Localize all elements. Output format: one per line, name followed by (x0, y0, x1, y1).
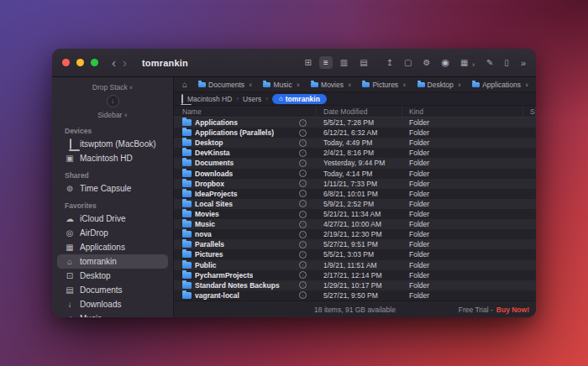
minimize-button[interactable] (76, 59, 84, 66)
column-header-size[interactable]: Size (523, 106, 536, 117)
sidebar-item-applications[interactable]: ▦ Applications (57, 240, 168, 254)
table-row[interactable]: Applications (Parallels) 6/12/21, 6:32 A… (174, 128, 536, 138)
quicklook-eye-icon[interactable]: ◉ (442, 58, 450, 67)
table-row[interactable]: Parallels 5/27/21, 9:51 PM Folder (174, 239, 536, 249)
column-view-button[interactable]: ▥ (336, 56, 352, 69)
column-header-name[interactable]: Name (174, 106, 317, 117)
laptop-icon (65, 140, 75, 149)
markup-icon[interactable]: ✎ (486, 59, 493, 67)
table-row[interactable]: Local Sites 5/9/21, 2:52 PM Folder (174, 199, 536, 209)
table-row[interactable]: Movies 5/21/21, 11:34 AM Folder (174, 209, 536, 219)
table-row[interactable]: Desktop Today, 4:49 PM Folder (174, 138, 536, 148)
close-button[interactable] (62, 59, 70, 66)
item-sync-icon[interactable] (299, 149, 307, 157)
table-row[interactable]: DevKinsta 2/4/21, 8:16 PM Folder (174, 148, 536, 158)
file-name: Public (195, 261, 217, 269)
folder-icon (182, 139, 192, 146)
column-header-date-modified[interactable]: Date Modified (317, 106, 402, 117)
home-icon[interactable]: ⌂ (182, 80, 187, 89)
table-row[interactable]: Pictures 5/5/21, 3:03 PM Folder (174, 249, 536, 259)
table-row[interactable]: Downloads Today, 4:14 PM Folder (174, 169, 536, 179)
file-list: Applications 5/5/21, 7:28 PM Folder Appl… (174, 118, 536, 301)
date-modified: Today, 4:14 PM (317, 170, 402, 178)
item-sync-icon[interactable] (299, 159, 307, 167)
sidebar-item-itswptom[interactable]: itswptom (MacBook) (57, 137, 168, 151)
back-button[interactable]: ‹ (108, 56, 119, 69)
favbar-item-movies[interactable]: Movies (311, 81, 351, 89)
item-sync-icon[interactable] (299, 129, 307, 137)
item-sync-icon[interactable] (299, 231, 307, 238)
item-sync-icon[interactable] (299, 180, 307, 187)
kind: Folder (402, 159, 523, 167)
item-sync-icon[interactable] (299, 139, 307, 147)
gallery-view-button[interactable]: ▤ (355, 56, 371, 69)
drop-stack-target[interactable]: ↓ (107, 95, 119, 107)
date-modified: 2/19/21, 12:30 PM (317, 230, 402, 238)
date-modified: Today, 4:49 PM (317, 139, 402, 147)
table-row[interactable]: Dropbox 1/11/21, 7:33 PM Folder (174, 179, 536, 189)
action-menu-icon[interactable]: ⚙ (423, 59, 431, 67)
desktop-icon: ⊡ (65, 272, 75, 280)
toolbar-overflow-button[interactable]: » (521, 58, 526, 68)
table-row[interactable]: Music 4/27/21, 10:00 AM Folder (174, 219, 536, 229)
folder-icon (182, 180, 192, 187)
breadcrumb-macintosh-hd[interactable]: Macintosh HD (187, 95, 232, 103)
sidebar-item-time-capsule[interactable]: ⊚ Time Capsule (57, 181, 168, 196)
item-sync-icon[interactable] (299, 241, 307, 248)
new-document-icon[interactable]: ▯ (504, 59, 509, 67)
favbar-label: Desktop (428, 81, 454, 89)
item-sync-icon[interactable] (299, 281, 307, 289)
zoom-button[interactable] (91, 59, 98, 66)
item-sync-icon[interactable] (299, 119, 307, 127)
forward-button[interactable]: › (119, 56, 130, 69)
table-row[interactable]: Documents Yesterday, 9:44 PM Folder (174, 158, 536, 168)
sidebar-item-airdrop[interactable]: ◎ AirDrop (57, 226, 168, 240)
sidebar-item-label: tomrankin (80, 257, 117, 266)
titlebar[interactable]: ‹ › tomrankin ⊞ ≡ ▥ ▤ ↥ ▢ ⚙ ◉ ▦ ✎ ▯ » (52, 49, 536, 77)
date-modified: 5/5/21, 3:03 PM (317, 250, 402, 259)
table-row[interactable]: IdeaProjects 6/8/21, 10:01 PM Folder (174, 189, 536, 199)
favbar-item-desktop[interactable]: Desktop (417, 81, 462, 89)
column-header-kind[interactable]: Kind (402, 106, 523, 117)
item-sync-icon[interactable] (299, 291, 307, 299)
sidebar-item-macintosh-hd[interactable]: ▣ Macintosh HD (57, 151, 168, 165)
favbar-item-documents[interactable]: Documents (198, 81, 252, 89)
table-row[interactable]: Public 1/9/21, 11:51 AM Folder (174, 260, 536, 270)
share-icon[interactable]: ↥ (386, 59, 393, 67)
sidebar-item-tomrankin[interactable]: ⌂ tomrankin (57, 254, 168, 269)
breadcrumb-users[interactable]: Users (243, 95, 261, 103)
item-sync-icon[interactable] (299, 200, 307, 207)
item-sync-icon[interactable] (299, 271, 307, 279)
chevron-down-icon (295, 81, 300, 89)
status-bar: 18 items, 91 GB available Free Trial - B… (174, 301, 536, 317)
item-sync-icon[interactable] (299, 170, 307, 177)
favbar-item-music[interactable]: Music (263, 81, 300, 89)
table-row[interactable]: Standard Notes Backups 1/29/21, 10:17 PM… (174, 280, 536, 290)
table-row[interactable]: Applications 5/5/21, 7:28 PM Folder (174, 118, 536, 128)
icon-view-button[interactable]: ⊞ (301, 56, 316, 69)
breadcrumb-current[interactable]: ⌂ tomrankin (272, 94, 327, 104)
item-sync-icon[interactable] (299, 251, 307, 259)
drop-stack-header[interactable]: Drop Stack (52, 81, 173, 93)
breadcrumb-separator: › (236, 95, 239, 102)
list-view-button[interactable]: ≡ (319, 56, 333, 69)
favbar-item-applications[interactable]: Applications (472, 81, 528, 89)
sidebar-item-documents[interactable]: ▤ Documents (57, 283, 168, 297)
sidebar-item-downloads[interactable]: ↓ Downloads (57, 297, 168, 311)
item-sync-icon[interactable] (299, 221, 307, 228)
item-sync-icon[interactable] (299, 261, 307, 269)
item-sync-icon[interactable] (299, 190, 307, 197)
sidebar-item-desktop[interactable]: ⊡ Desktop (57, 269, 168, 283)
table-row[interactable]: vagrant-local 5/27/21, 9:50 PM Folder (174, 290, 536, 301)
favbar-item-pictures[interactable]: Pictures (362, 81, 406, 89)
group-by-button[interactable]: ▦ (460, 55, 475, 71)
table-row[interactable]: nova 2/19/21, 12:30 PM Folder (174, 229, 536, 239)
sidebar-item-icloud-drive[interactable]: ☁ iCloud Drive (57, 212, 168, 226)
table-row[interactable]: PycharmProjects 2/17/21, 12:14 PM Folder (174, 270, 536, 280)
sidebar-item-music[interactable]: ♫ Music (57, 311, 168, 317)
sidebar-toggle[interactable]: Sidebar (52, 109, 173, 121)
buy-now-link[interactable]: Buy Now! (496, 306, 529, 314)
item-sync-icon[interactable] (299, 211, 307, 218)
kind: Folder (402, 170, 523, 178)
tag-icon[interactable]: ▢ (404, 59, 412, 67)
